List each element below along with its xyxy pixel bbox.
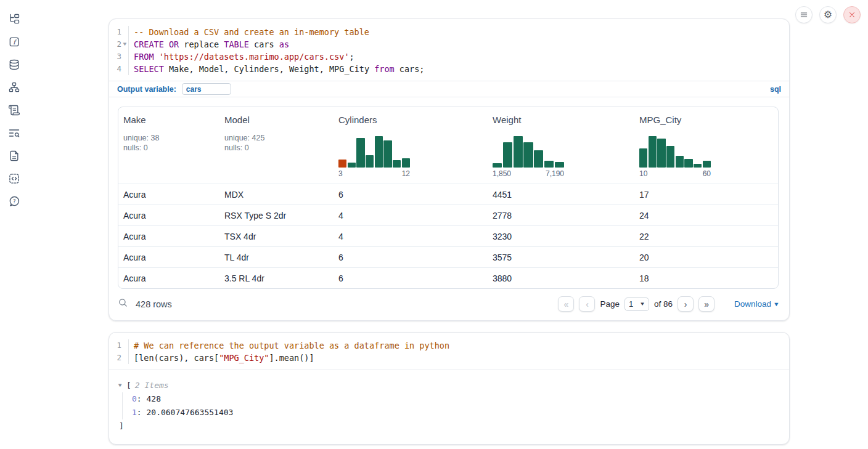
- histogram-bar: [348, 163, 356, 168]
- table-cell: Acura: [118, 247, 219, 267]
- page-select-value: 1: [629, 299, 633, 309]
- column-header-mpg_city[interactable]: MPG_City1060: [634, 107, 778, 184]
- variables-icon[interactable]: f: [7, 35, 21, 49]
- previous-page-button[interactable]: ‹: [579, 296, 595, 312]
- table-cell: 2778: [488, 205, 634, 225]
- dependency-graph-icon[interactable]: [7, 81, 21, 94]
- search-icon[interactable]: [118, 297, 128, 310]
- histogram-range-labels: 1060: [639, 169, 711, 178]
- table-cell: 4: [334, 226, 488, 246]
- code-line[interactable]: 1# We can reference the output variable …: [109, 339, 789, 352]
- table-row[interactable]: AcuraRSX Type S 2dr4277824: [118, 204, 778, 225]
- column-name: Cylinders: [338, 115, 483, 125]
- code-line[interactable]: 2▼CREATE OR replace TABLE cars as: [109, 38, 789, 51]
- column-header-cylinders[interactable]: Cylinders312: [334, 107, 488, 184]
- table-row[interactable]: AcuraTSX 4dr4323022: [118, 225, 778, 246]
- help-icon[interactable]: ?: [7, 195, 21, 208]
- line-number: 3: [109, 51, 121, 63]
- code-text: -- Download a CSV and create an in-memor…: [128, 26, 369, 38]
- sql-cell: 1-- Download a CSV and create an in-memo…: [108, 18, 790, 321]
- sql-code-editor[interactable]: 1-- Download a CSV and create an in-memo…: [109, 19, 789, 81]
- last-page-button[interactable]: »: [698, 296, 714, 312]
- table-row[interactable]: AcuraMDX6445117: [118, 184, 778, 204]
- menu-button[interactable]: [795, 6, 813, 23]
- column-name: MPG_City: [639, 115, 773, 125]
- histogram-bar: [534, 150, 543, 168]
- close-icon: [848, 10, 856, 19]
- page-select[interactable]: 1 ▼: [624, 297, 649, 311]
- histogram-bar: [657, 139, 665, 168]
- file-explorer-icon[interactable]: [7, 12, 21, 26]
- table-cell: TSX 4dr: [219, 226, 334, 246]
- code-text: # We can reference the output variable a…: [128, 339, 449, 352]
- column-header-model[interactable]: Modelunique: 425nulls: 0: [219, 107, 334, 184]
- histogram-mpg_city[interactable]: 1060: [639, 136, 711, 178]
- table-cell: 6: [334, 184, 488, 204]
- gear-icon: ⚙: [824, 10, 832, 20]
- fold-chevron-icon[interactable]: ▼: [121, 38, 129, 51]
- line-number: 2: [109, 38, 121, 51]
- data-table: Makeunique: 38nulls: 0Modelunique: 425nu…: [118, 107, 779, 289]
- window-controls: ⚙: [795, 6, 861, 23]
- next-page-button[interactable]: ›: [678, 296, 694, 312]
- histogram-bar: [555, 162, 564, 168]
- table-row[interactable]: Acura3.5 RL 4dr6388018: [118, 267, 778, 288]
- histogram-weight[interactable]: 1,8507,190: [493, 136, 564, 178]
- line-number: 2: [109, 352, 121, 364]
- documentation-icon[interactable]: [7, 149, 21, 163]
- column-name: Model: [224, 115, 329, 125]
- histogram-bar: [393, 160, 401, 168]
- code-line[interactable]: 3FROM 'https://datasets.marimo.app/cars.…: [109, 51, 789, 63]
- histogram-bar: [338, 160, 346, 168]
- download-button[interactable]: Download ▼: [734, 299, 779, 309]
- page-label: Page: [600, 299, 620, 309]
- table-cell: Acura: [118, 226, 219, 246]
- table-row[interactable]: AcuraTL 4dr6357520: [118, 246, 778, 267]
- page-total-label: of 86: [654, 299, 673, 309]
- datasources-icon[interactable]: [7, 58, 21, 71]
- code-line[interactable]: 1-- Download a CSV and create an in-memo…: [109, 26, 789, 38]
- svg-text:f: f: [13, 39, 17, 46]
- table-cell: 3.5 RL 4dr: [219, 268, 334, 288]
- fold-gutter: [121, 26, 129, 38]
- scratchpad-icon[interactable]: [7, 103, 21, 117]
- first-page-button[interactable]: «: [558, 296, 574, 312]
- output-variable-input[interactable]: [182, 83, 231, 95]
- line-number: 1: [109, 339, 121, 352]
- code-line[interactable]: 4SELECT Make, Model, Cylinders, Weight, …: [109, 63, 789, 75]
- histogram-range-labels: 312: [338, 169, 410, 178]
- python-cell: 1# We can reference the output variable …: [108, 332, 790, 445]
- left-sidebar: f ?: [0, 0, 28, 449]
- fold-gutter: [121, 51, 129, 63]
- tree-items: 0: 4281: 20.060747663551403: [122, 392, 779, 419]
- column-name: Make: [123, 115, 215, 125]
- histogram-bar: [694, 164, 702, 168]
- fold-gutter: [121, 63, 129, 75]
- table-cell: 24: [634, 205, 778, 225]
- histogram-bar: [514, 136, 523, 168]
- settings-button[interactable]: ⚙: [819, 6, 837, 23]
- column-stats: unique: 425nulls: 0: [224, 133, 329, 153]
- table-cell: 4: [334, 205, 488, 225]
- logs-icon[interactable]: [7, 126, 21, 140]
- line-number: 4: [109, 63, 121, 75]
- snippets-icon[interactable]: [7, 172, 21, 185]
- chevron-down-icon[interactable]: ▼: [118, 379, 127, 392]
- table-footer: 428 rows « ‹ Page 1 ▼ of 86 › » Download…: [109, 289, 789, 320]
- column-stats: unique: 38nulls: 0: [123, 133, 215, 153]
- download-label: Download: [734, 299, 771, 309]
- fold-gutter: [121, 352, 129, 364]
- python-code-editor[interactable]: 1# We can reference the output variable …: [109, 333, 789, 370]
- table-body: AcuraMDX6445117AcuraRSX Type S 2dr427782…: [118, 184, 778, 288]
- column-name: Weight: [493, 115, 629, 125]
- table-cell: RSX Type S 2dr: [219, 205, 334, 225]
- code-line[interactable]: 2[len(cars), cars["MPG_City"].mean()]: [109, 352, 789, 364]
- svg-text:?: ?: [13, 198, 16, 204]
- column-header-make[interactable]: Makeunique: 38nulls: 0: [118, 107, 219, 184]
- tree-root[interactable]: ▼ [ 2 Items: [119, 379, 779, 392]
- close-button[interactable]: [843, 6, 861, 23]
- histogram-cylinders[interactable]: 312: [338, 136, 410, 178]
- notebook-main: 1-- Download a CSV and create an in-memo…: [108, 18, 790, 445]
- code-text: SELECT Make, Model, Cylinders, Weight, M…: [128, 63, 424, 75]
- column-header-weight[interactable]: Weight1,8507,190: [488, 107, 634, 184]
